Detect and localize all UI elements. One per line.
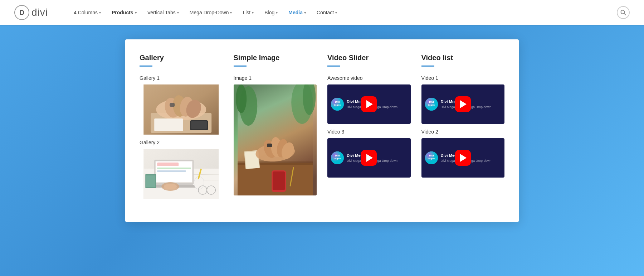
- video-thumb-1[interactable]: Divi Engine Divi Mega Men... Divi Mega M…: [421, 84, 505, 124]
- video-slider-item-1-label: Awesome video: [327, 75, 411, 81]
- video-thumb-2[interactable]: Divi Engine Divi Mega Men... Divi Mega M…: [421, 138, 505, 178]
- video-title-3: Divi Mega Men...: [441, 100, 501, 104]
- play-icon-2: [366, 154, 373, 162]
- logo[interactable]: D divi: [14, 5, 48, 20]
- svg-text:Divi: Divi: [335, 101, 340, 103]
- nav-item-media[interactable]: Media ▾: [284, 7, 310, 18]
- divi-logo-icon-2: Divi Engine: [331, 151, 344, 164]
- svg-rect-32: [146, 175, 155, 187]
- video-title: Divi Mega Men...: [347, 100, 407, 104]
- svg-rect-50: [267, 144, 272, 147]
- video-slider-column: Video Slider Awesome video: [327, 54, 411, 204]
- video-info-2: Divi Mega Men... Divi Mega Menu - Mega D…: [347, 153, 407, 163]
- video-list-column: Video list Video 1: [421, 54, 505, 204]
- chevron-down-icon: ▾: [252, 11, 254, 15]
- svg-rect-10: [154, 118, 183, 131]
- video-title-2: Divi Mega Men...: [347, 153, 407, 158]
- video-info-3: Divi Mega Men... Divi Mega Menu - Mega D…: [441, 100, 501, 109]
- svg-text:Divi: Divi: [335, 154, 340, 157]
- video-info-4: Divi Mega Men... Divi Mega Menu - Mega D…: [441, 153, 501, 163]
- play-icon-4: [460, 154, 467, 162]
- navigation: D divi 4 Columns ▾ Products ▾ Vertical T…: [0, 0, 644, 25]
- play-button[interactable]: [361, 96, 377, 112]
- video-slider-divider: [327, 66, 340, 67]
- video-subtitle-2: Divi Mega Menu - Mega Drop-down: [347, 159, 407, 163]
- chevron-down-icon: ▾: [99, 11, 101, 15]
- video-list-item-1-label: Video 1: [421, 75, 505, 81]
- gallery-image-2[interactable]: [140, 149, 223, 199]
- page-body: Gallery Gallery 1: [0, 25, 644, 276]
- chevron-down-icon: ▾: [276, 11, 278, 15]
- divi-logo-icon: Divi Engine: [331, 98, 344, 111]
- nav-item-list[interactable]: List ▾: [238, 7, 258, 18]
- gallery-column: Gallery Gallery 1: [140, 54, 223, 204]
- video-subtitle-3: Divi Mega Menu - Mega Drop-down: [441, 105, 501, 109]
- svg-text:Engine: Engine: [334, 158, 341, 160]
- gallery-item-1-label: Gallery 1: [140, 75, 223, 81]
- svg-rect-12: [191, 121, 207, 129]
- play-button-4[interactable]: [455, 150, 471, 166]
- svg-rect-20: [157, 163, 179, 166]
- video-info: Divi Mega Men... Divi Mega Menu - Mega D…: [347, 100, 407, 109]
- chevron-down-icon: ▾: [177, 11, 179, 15]
- gallery-image-1[interactable]: [140, 84, 223, 135]
- video-subtitle-4: Divi Mega Menu - Mega Drop-down: [441, 159, 501, 163]
- svg-point-37: [236, 84, 247, 113]
- video-slider-column-title: Video Slider: [327, 54, 411, 62]
- svg-text:Engine: Engine: [428, 158, 435, 160]
- simple-image-divider: [234, 66, 247, 67]
- video-list-item-2-label: Video 2: [421, 129, 505, 135]
- chevron-down-icon: ▾: [335, 11, 337, 15]
- svg-rect-9: [170, 103, 175, 107]
- divi-logo-icon-3: Divi Engine: [425, 98, 438, 111]
- svg-rect-22: [157, 170, 186, 172]
- simple-image-column-title: Simple Image: [234, 54, 317, 62]
- nav-item-mega-dropdown[interactable]: Mega Drop-Down ▾: [185, 7, 236, 18]
- play-button-3[interactable]: [455, 96, 471, 112]
- chevron-down-icon: ▾: [135, 11, 137, 15]
- divi-logo-icon-4: Divi Engine: [425, 151, 438, 164]
- nav-item-vertical-tabs[interactable]: Vertical Tabs ▾: [143, 7, 183, 18]
- chevron-down-icon: ▾: [230, 11, 232, 15]
- mega-dropdown-panel: Gallery Gallery 1: [125, 39, 519, 222]
- svg-rect-44: [273, 171, 285, 190]
- nav-item-4columns[interactable]: 4 Columns ▾: [69, 7, 105, 18]
- simple-image-column: Simple Image Image 1: [234, 54, 317, 204]
- video-list-column-title: Video list: [421, 54, 505, 62]
- video-thumb-3[interactable]: Divi Engine Divi Mega Men... Divi Mega M…: [327, 138, 411, 178]
- play-icon: [366, 100, 373, 108]
- svg-line-1: [624, 14, 626, 15]
- play-button-2[interactable]: [361, 150, 377, 166]
- gallery-item-2-label: Gallery 2: [140, 140, 223, 145]
- video-slider-item-2-label: Video 3: [327, 129, 411, 135]
- svg-point-25: [164, 184, 177, 189]
- nav-item-products[interactable]: Products ▾: [107, 7, 141, 18]
- logo-name: divi: [31, 7, 48, 18]
- play-icon-3: [460, 100, 467, 108]
- svg-text:Engine: Engine: [334, 104, 341, 106]
- simple-image-1-label: Image 1: [234, 75, 317, 81]
- nav-links: 4 Columns ▾ Products ▾ Vertical Tabs ▾ M…: [69, 7, 617, 18]
- svg-rect-21: [157, 168, 191, 169]
- gallery-column-title: Gallery: [140, 54, 223, 62]
- video-title-4: Divi Mega Men...: [441, 153, 501, 158]
- video-subtitle: Divi Mega Menu - Mega Drop-down: [347, 105, 407, 109]
- video-list-divider: [421, 66, 434, 67]
- svg-text:Divi: Divi: [429, 154, 434, 157]
- chevron-down-icon: ▾: [304, 11, 306, 15]
- simple-image-1[interactable]: [234, 84, 317, 195]
- video-thumb-awesome[interactable]: Divi Engine Divi Mega Men... Divi Mega M…: [327, 84, 411, 124]
- logo-icon: D: [14, 5, 29, 20]
- nav-item-contact[interactable]: Contact ▾: [312, 7, 341, 18]
- nav-item-blog[interactable]: Blog ▾: [260, 7, 282, 18]
- search-button[interactable]: [617, 6, 630, 19]
- gallery-divider: [140, 66, 152, 67]
- svg-text:Engine: Engine: [428, 104, 435, 106]
- svg-text:Divi: Divi: [429, 101, 434, 103]
